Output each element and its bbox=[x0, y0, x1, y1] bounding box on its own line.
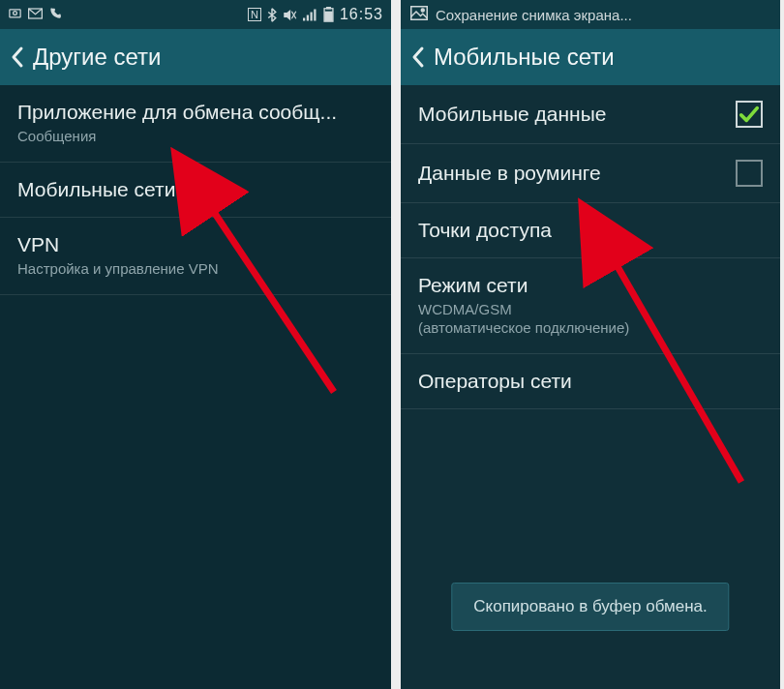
back-icon[interactable] bbox=[10, 45, 25, 69]
signal-icon bbox=[303, 9, 317, 21]
checkbox-mobile-data[interactable] bbox=[736, 101, 763, 128]
item-access-points[interactable]: Точки доступа bbox=[401, 203, 780, 258]
status-clock: 16:53 bbox=[340, 6, 383, 23]
svg-point-13 bbox=[421, 9, 424, 12]
phone-right: Сохранение снимка экрана... Мобильные се… bbox=[401, 0, 780, 689]
item-title: Мобильные данные bbox=[418, 103, 726, 126]
svg-rect-5 bbox=[303, 17, 305, 20]
header-title: Другие сети bbox=[33, 44, 161, 71]
mute-icon bbox=[283, 9, 297, 21]
checkbox-roaming[interactable] bbox=[736, 160, 763, 187]
svg-rect-10 bbox=[327, 7, 331, 9]
svg-rect-6 bbox=[307, 15, 309, 20]
svg-rect-8 bbox=[314, 9, 316, 20]
svg-rect-0 bbox=[10, 10, 20, 17]
nfc-icon: N bbox=[248, 8, 261, 21]
item-title: Режим сети bbox=[418, 274, 763, 297]
settings-list: Приложение для обмена сообщ... Сообщения… bbox=[0, 85, 391, 295]
screenshot-icon bbox=[8, 6, 22, 23]
toast-text: Скопировано в буфер обмена. bbox=[473, 597, 707, 615]
phone-icon bbox=[48, 7, 62, 23]
item-title: VPN bbox=[17, 233, 374, 256]
item-network-mode[interactable]: Режим сети WCDMA/GSM (автоматическое под… bbox=[401, 258, 780, 354]
back-icon[interactable] bbox=[410, 45, 426, 69]
item-title: Приложение для обмена сообщ... bbox=[17, 101, 374, 124]
settings-list: Мобильные данные Данные в роуминге Точки… bbox=[401, 85, 780, 409]
item-vpn[interactable]: VPN Настройка и управление VPN bbox=[0, 218, 391, 295]
screen-header[interactable]: Мобильные сети bbox=[401, 29, 780, 85]
battery-icon bbox=[323, 7, 334, 22]
item-subtitle: Настройка и управление VPN bbox=[17, 260, 374, 279]
item-title: Точки доступа bbox=[418, 219, 763, 242]
status-notification-text: Сохранение снимка экрана... bbox=[436, 7, 632, 23]
bluetooth-icon bbox=[267, 8, 277, 22]
status-notification: Сохранение снимка экрана... bbox=[401, 0, 780, 29]
item-mobile-data[interactable]: Мобильные данные bbox=[401, 85, 780, 144]
item-roaming-data[interactable]: Данные в роуминге bbox=[401, 144, 780, 203]
svg-rect-7 bbox=[310, 12, 312, 20]
mail-icon bbox=[28, 8, 43, 22]
svg-point-1 bbox=[14, 12, 17, 15]
status-bar: N 16:53 bbox=[0, 0, 391, 29]
item-subtitle: Сообщения bbox=[17, 128, 374, 146]
item-messaging-app[interactable]: Приложение для обмена сообщ... Сообщения bbox=[0, 85, 391, 163]
item-title: Операторы сети bbox=[418, 370, 763, 393]
item-network-operators[interactable]: Операторы сети bbox=[401, 354, 780, 409]
item-title: Данные в роуминге bbox=[418, 162, 726, 185]
item-mobile-networks[interactable]: Мобильные сети bbox=[0, 163, 391, 218]
screenshot-icon bbox=[410, 6, 428, 23]
screen-header[interactable]: Другие сети bbox=[0, 29, 391, 85]
header-title: Мобильные сети bbox=[434, 44, 615, 71]
phone-left: N 16:53 Другие сети Приложение для обмен… bbox=[0, 0, 391, 689]
item-title: Мобильные сети bbox=[17, 178, 374, 201]
svg-rect-11 bbox=[325, 12, 332, 20]
svg-rect-12 bbox=[411, 7, 428, 20]
toast-copied: Скопировано в буфер обмена. bbox=[451, 583, 729, 631]
item-subtitle: WCDMA/GSM (автоматическое подключение) bbox=[418, 301, 763, 338]
